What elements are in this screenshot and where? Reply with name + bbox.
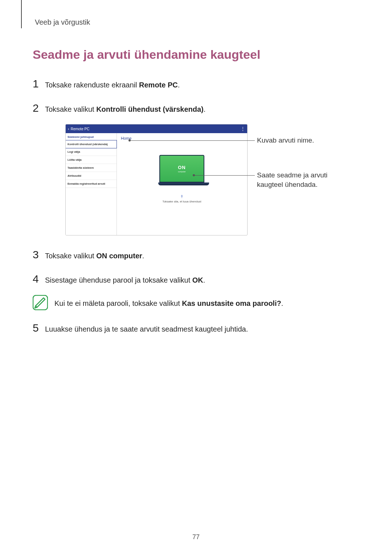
step-2: 2 Toksake valikut Kontrolli ühendust (vä… — [33, 100, 359, 116]
on-label: ON — [178, 165, 186, 170]
main-panel: Home ON computer ↟ Toksake siia, et luua… — [117, 133, 247, 235]
step-text: Toksake valikut ON computer. — [45, 250, 359, 261]
step-number: 4 — [33, 271, 45, 287]
step-1: 1 Toksake rakenduste ekraanil Remote PC. — [33, 75, 359, 92]
device-frame: ‹ Remote PC ⋮ Süsteemi juhtnupud Kontrol… — [65, 124, 248, 235]
step-number: 2 — [33, 100, 45, 116]
step-bold: Remote PC — [139, 81, 178, 89]
sidebar-item-shutdown[interactable]: Lülita välja — [66, 156, 117, 164]
step-post: . — [178, 81, 180, 89]
step-bold: OK — [192, 276, 203, 284]
step-3: 3 Toksake valikut ON computer. — [33, 246, 359, 263]
figure: ‹ Remote PC ⋮ Süsteemi juhtnupud Kontrol… — [65, 124, 327, 235]
step-pre: Toksake rakenduste ekraanil — [45, 81, 139, 89]
step-5: 5 Luuakse ühendus ja te saate arvutit se… — [33, 320, 359, 336]
step-text: Sisestage ühenduse parool ja toksake val… — [45, 275, 359, 286]
page-title: Seadme ja arvuti ühendamine kaugteel — [33, 48, 359, 62]
note-text: Kui te ei mäleta parooli, toksake valiku… — [54, 295, 283, 309]
step-pre: Toksake valikut — [45, 105, 96, 113]
header-rule — [21, 0, 22, 28]
note: Kui te ei mäleta parooli, toksake valiku… — [33, 295, 359, 310]
step-text: Toksake valikut Kontrolli ühendust (värs… — [45, 104, 359, 115]
sidebar-item-restart[interactable]: Taaskäivita süsteem — [66, 164, 117, 172]
sidebar-header: Süsteemi juhtnupud — [66, 133, 117, 140]
tap-hint-area: ↟ Toksake siia, et luua ühendust — [162, 194, 201, 203]
note-post: . — [281, 299, 283, 307]
step-bold: Kontrolli ühendust (värskenda) — [96, 105, 204, 113]
sidebar-item-check-connection[interactable]: Kontrolli ühendust (värskenda) — [65, 140, 117, 148]
step-pre: Toksake valikut — [45, 252, 96, 260]
callout-line — [194, 175, 255, 176]
note-pre: Kui te ei mäleta parooli, toksake valiku… — [54, 299, 182, 307]
laptop-graphic[interactable]: ON computer — [158, 155, 205, 185]
tap-hint-text: Toksake siia, et luua ühendust — [162, 200, 201, 203]
laptop-base — [158, 182, 209, 185]
step-pre: Luuakse ühendus ja te saate arvutit sead… — [45, 325, 248, 333]
callout-text-name: Kuvab arvuti nime. — [257, 136, 330, 145]
sidebar-item-remove[interactable]: Eemalda registreeritud arvuti — [66, 180, 117, 188]
step-number: 3 — [33, 246, 45, 263]
callout-text-connect: Saate seadme ja arvuti kaugteel ühendada… — [257, 171, 330, 189]
on-sub-label: computer — [178, 171, 186, 173]
step-post: . — [204, 105, 206, 113]
menu-icon[interactable]: ⋮ — [240, 126, 245, 132]
callout-line — [130, 140, 255, 141]
note-bold: Kas unustasite oma parooli? — [182, 299, 281, 307]
page-number: 77 — [0, 533, 392, 541]
step-number: 5 — [33, 320, 45, 336]
step-number: 1 — [33, 75, 45, 92]
titlebar-text: Remote PC — [71, 127, 90, 131]
step-4: 4 Sisestage ühenduse parool ja toksake v… — [33, 271, 359, 287]
step-text: Toksake rakenduste ekraanil Remote PC. — [45, 79, 359, 90]
back-icon[interactable]: ‹ — [68, 127, 69, 131]
app-titlebar: ‹ Remote PC ⋮ — [66, 124, 247, 133]
step-text: Luuakse ühendus ja te saate arvutit sead… — [45, 324, 359, 335]
sidebar-item-attributes[interactable]: Atribuudid — [66, 172, 117, 180]
note-icon — [33, 295, 48, 310]
up-arrow-icon: ↟ — [180, 194, 184, 199]
step-post: . — [142, 252, 144, 260]
sidebar: Süsteemi juhtnupud Kontrolli ühendust (v… — [66, 133, 117, 235]
step-post: . — [203, 276, 205, 284]
step-pre: Sisestage ühenduse parool ja toksake val… — [45, 276, 192, 284]
step-bold: ON computer — [96, 252, 142, 260]
laptop-screen: ON computer — [159, 155, 204, 182]
sidebar-item-logout[interactable]: Logi välja — [66, 148, 117, 156]
section-header: Veeb ja võrgustik — [35, 18, 359, 26]
